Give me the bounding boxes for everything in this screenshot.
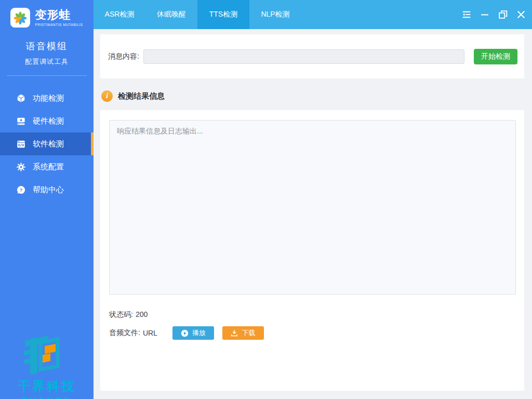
window-controls bbox=[460, 0, 532, 29]
app-logo-text: 变形蛙 PRISTIMANTIS MUTABILIS bbox=[35, 9, 83, 26]
hardware-icon bbox=[16, 116, 26, 126]
sidebar-item-label: 帮助中心 bbox=[33, 185, 64, 195]
tab-tts-detection[interactable]: TTS检测 bbox=[197, 0, 249, 29]
sidebar-item-function-detection[interactable]: 功能检测 bbox=[0, 87, 94, 110]
tab-nlp-detection[interactable]: NLP检测 bbox=[249, 0, 301, 29]
sidebar-nav: 功能检测 硬件检测 bbox=[0, 87, 94, 201]
close-button[interactable] bbox=[515, 8, 527, 21]
close-icon bbox=[515, 9, 527, 20]
watermark-subtitle: —CHANGE— bbox=[10, 396, 83, 399]
result-panel: 状态码:200 音频文件:URL 播放 下载 bbox=[100, 110, 524, 391]
watermark-logo: 千界科技 —CHANGE— bbox=[0, 333, 94, 399]
start-detection-button[interactable]: 开始检测 bbox=[474, 49, 517, 64]
play-button[interactable]: 播放 bbox=[172, 326, 214, 340]
app-logo-title: 变形蛙 bbox=[35, 9, 83, 21]
module-title: 语音模组 bbox=[0, 40, 94, 52]
maximize-button[interactable] bbox=[497, 8, 509, 21]
sidebar-item-hardware-detection[interactable]: 硬件检测 bbox=[0, 110, 94, 132]
maximize-icon bbox=[497, 9, 509, 20]
tab-sleep-wake[interactable]: 休眠唤醒 bbox=[145, 0, 197, 29]
code-window-icon bbox=[16, 139, 26, 149]
sidebar: 变形蛙 PRISTIMANTIS MUTABILIS 语音模组 配置调试工具 功… bbox=[0, 0, 94, 399]
audio-label: 音频文件: bbox=[109, 328, 140, 338]
sidebar-item-system-config[interactable]: 系统配置 bbox=[0, 155, 94, 178]
collapse-menu-button[interactable] bbox=[460, 8, 473, 21]
app-window: 变形蛙 PRISTIMANTIS MUTABILIS 语音模组 配置调试工具 功… bbox=[0, 0, 532, 399]
result-section-header: i 检测结果信息 bbox=[101, 90, 532, 102]
app-logo-subtitle: PRISTIMANTIS MUTABILIS bbox=[35, 23, 83, 26]
main-content: 消息内容: 开始检测 i 检测结果信息 状态码:200 音频文件:URL 播放 bbox=[94, 29, 532, 399]
result-output-textarea[interactable] bbox=[109, 120, 516, 295]
info-icon: i bbox=[101, 90, 113, 102]
status-value: 200 bbox=[136, 310, 148, 318]
collapse-menu-icon bbox=[461, 9, 472, 20]
play-icon bbox=[181, 329, 189, 337]
svg-text:?: ? bbox=[20, 187, 23, 192]
minimize-button[interactable] bbox=[478, 8, 491, 21]
tab-asr-detection[interactable]: ASR检测 bbox=[94, 0, 145, 29]
sidebar-item-label: 功能检测 bbox=[33, 94, 64, 103]
status-label: 状态码: bbox=[109, 310, 133, 318]
app-logo-icon bbox=[10, 8, 30, 28]
watermark-flag-icon bbox=[15, 333, 60, 377]
message-label: 消息内容: bbox=[108, 52, 139, 61]
help-icon: ? bbox=[16, 185, 26, 195]
message-panel: 消息内容: 开始检测 bbox=[100, 34, 524, 78]
app-logo: 变形蛙 PRISTIMANTIS MUTABILIS bbox=[0, 0, 94, 28]
status-row: 状态码:200 bbox=[109, 310, 516, 320]
sidebar-item-label: 硬件检测 bbox=[33, 116, 64, 126]
sidebar-item-label: 软件检测 bbox=[33, 139, 64, 149]
watermark-title: 千界科技 bbox=[18, 378, 76, 395]
cube-icon bbox=[16, 94, 26, 103]
audio-row: 音频文件:URL 播放 下载 bbox=[109, 326, 516, 340]
sidebar-item-software-detection[interactable]: 软件检测 bbox=[0, 132, 94, 155]
minimize-icon bbox=[479, 9, 490, 20]
gear-icon bbox=[16, 162, 26, 172]
sidebar-item-help-center[interactable]: ? 帮助中心 bbox=[0, 178, 94, 201]
message-input[interactable] bbox=[143, 49, 464, 64]
download-icon bbox=[231, 329, 238, 337]
result-section-title: 检测结果信息 bbox=[118, 91, 165, 101]
sidebar-divider bbox=[7, 75, 87, 76]
tab-strip: ASR检测 休眠唤醒 TTS检测 NLP检测 bbox=[94, 0, 301, 29]
audio-value: URL bbox=[143, 329, 157, 337]
download-button[interactable]: 下载 bbox=[222, 326, 264, 340]
sidebar-item-label: 系统配置 bbox=[33, 162, 64, 172]
module-subtitle: 配置调试工具 bbox=[0, 57, 94, 66]
header-bar: ASR检测 休眠唤醒 TTS检测 NLP检测 bbox=[94, 0, 532, 29]
